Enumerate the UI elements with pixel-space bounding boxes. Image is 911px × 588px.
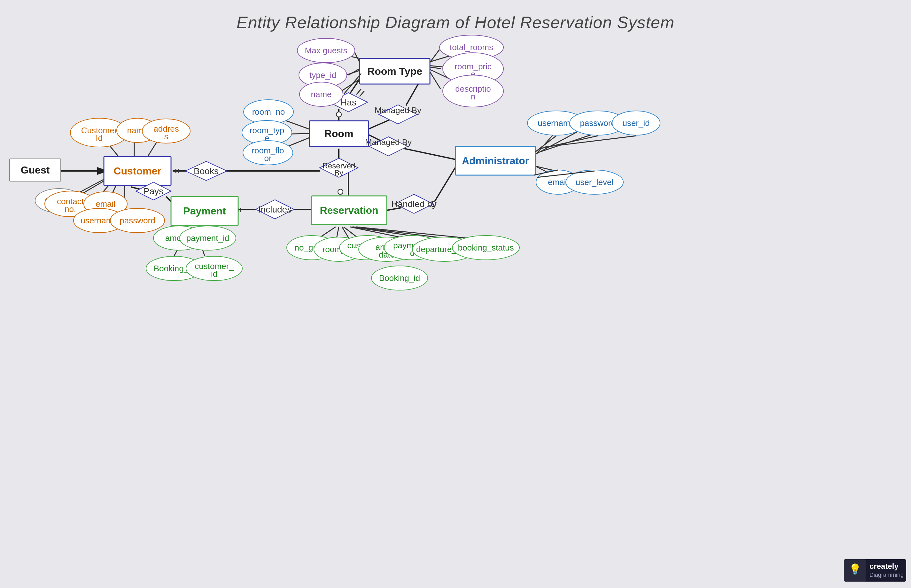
customer-contact-label2: no.	[65, 204, 76, 214]
customer-address-label2: s	[164, 132, 168, 141]
customer-email-label: email	[95, 199, 115, 209]
rt-description-label2: n	[471, 92, 475, 101]
payment-label: Payment	[183, 205, 226, 216]
watermark-brand: creately	[869, 562, 898, 570]
room-no-label: room_no	[252, 107, 285, 116]
admin-label: Administrator	[462, 155, 529, 166]
admin-email-label: email	[548, 178, 568, 187]
pays-rel-label: Pays	[144, 186, 163, 196]
has-rel-label: Has	[341, 97, 356, 107]
managed-by-top-label: Managed By	[375, 105, 421, 115]
rt-max-guests-label: Max guests	[305, 46, 347, 55]
admin-username-label: username	[538, 118, 575, 128]
svg-line-31	[404, 149, 457, 160]
room-type-label: Room Type	[367, 66, 422, 77]
res-booking-id-label: Booking_id	[379, 273, 420, 283]
res-booking-status-label: booking_status	[458, 243, 514, 252]
admin-user-level-label: user_level	[576, 178, 614, 187]
reservation-label: Reservation	[320, 205, 378, 216]
rt-type-id-label: type_id	[309, 70, 336, 80]
svg-line-37	[435, 165, 457, 201]
svg-line-60	[360, 91, 364, 97]
svg-line-3	[147, 142, 157, 158]
svg-point-58	[336, 112, 341, 117]
rt-total-rooms-label: total_rooms	[450, 42, 493, 52]
books-rel-label: Books	[194, 166, 219, 176]
admin-user-id-label: user_id	[622, 118, 649, 128]
room-floor-label2: or	[264, 153, 271, 163]
payment-customer-id-label2: id	[211, 269, 217, 279]
includes-rel-label: Includes	[258, 205, 292, 215]
svg-line-72	[535, 136, 556, 152]
payment-id-label: payment_id	[186, 233, 229, 243]
admin-password-label: password	[580, 118, 615, 128]
customer-password-label: password	[120, 216, 155, 225]
reserved-by-rel-label2: By	[334, 168, 343, 177]
customer-id-label2: Id	[95, 133, 103, 143]
managed-by-bot-label: Managed By	[365, 137, 412, 147]
rt-name-label: name	[311, 89, 331, 99]
watermark-sub: Diagramming	[869, 572, 904, 578]
svg-line-59	[356, 89, 361, 95]
svg-line-68	[430, 72, 441, 89]
handled-by-label: Handled by	[391, 199, 437, 209]
svg-line-70	[349, 69, 360, 75]
diagram-container: Entity Relationship Diagram of Hotel Res…	[0, 0, 911, 588]
watermark-icon: 💡	[849, 563, 861, 575]
room-label: Room	[325, 128, 354, 139]
svg-point-57	[338, 189, 343, 194]
customer-label: Customer	[113, 165, 161, 177]
guest-label: Guest	[21, 164, 50, 176]
svg-line-67	[430, 67, 441, 69]
